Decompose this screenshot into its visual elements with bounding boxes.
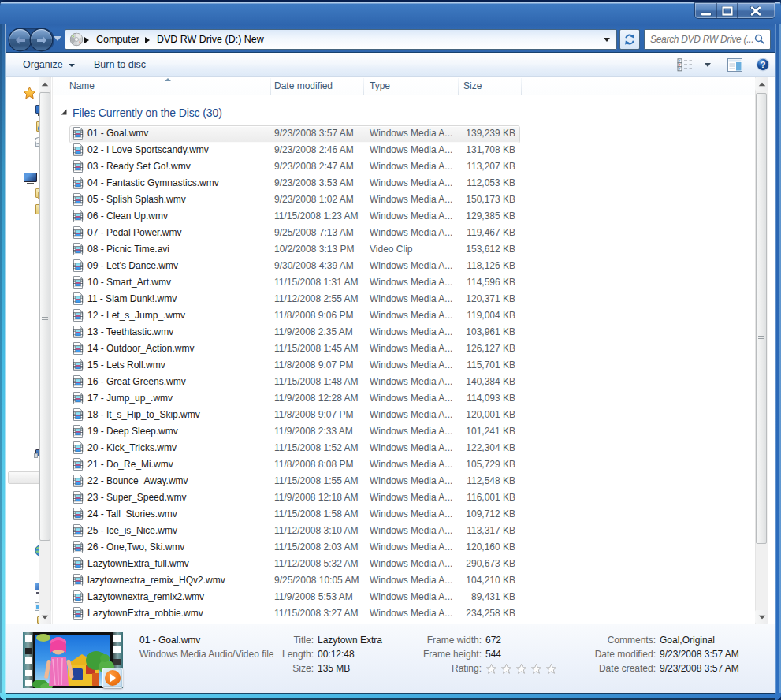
svg-text:?: ? xyxy=(761,60,766,69)
